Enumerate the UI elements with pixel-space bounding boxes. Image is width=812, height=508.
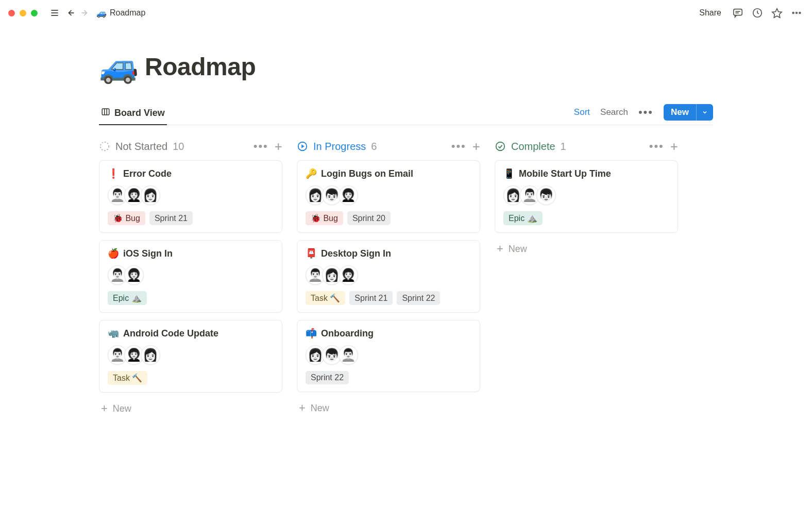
avatar[interactable]: 👩: [322, 265, 342, 285]
card-icon: 📮: [306, 248, 317, 259]
avatar[interactable]: 👩: [141, 185, 160, 205]
share-button[interactable]: Share: [695, 8, 725, 18]
search-button[interactable]: Search: [600, 107, 628, 117]
card[interactable]: 📱 Mobile Start Up Time 👩 👨‍🦱 👦 Epic ⛰️: [495, 160, 678, 233]
breadcrumb[interactable]: 🚙 Roadmap: [96, 8, 145, 18]
menu-icon[interactable]: [47, 5, 62, 21]
avatar[interactable]: 👨‍🦱: [108, 185, 127, 205]
view-tab-board[interactable]: Board View: [99, 103, 167, 125]
avatar[interactable]: 👩‍🦱: [339, 185, 358, 205]
add-card-button[interactable]: + New: [99, 400, 282, 417]
add-card-button[interactable]: + New: [297, 399, 480, 417]
tag-epic[interactable]: Epic ⛰️: [503, 211, 543, 225]
new-button-chevron-icon[interactable]: [696, 104, 713, 121]
avatar[interactable]: 👩‍🦱: [124, 345, 144, 365]
card[interactable]: 🦏 Android Code Update 👨‍🦱 👩‍🦱 👩 Task 🔨: [99, 320, 282, 393]
card-icon: 📱: [503, 168, 515, 179]
breadcrumb-icon: 🚙: [96, 8, 107, 18]
card-assignees: 👨‍🦱 👩 👩‍🦱: [306, 265, 471, 285]
column-add-icon[interactable]: +: [472, 140, 480, 153]
column-name[interactable]: Not Started: [115, 141, 167, 153]
board: Not Started 10 ••• + ❗ Error Code 👨‍🦱 👩‍…: [99, 125, 713, 417]
card[interactable]: 🍎 iOS Sign In 👨‍🦱 👩‍🦱 Epic ⛰️: [99, 240, 282, 313]
card[interactable]: 📮 Desktop Sign In 👨‍🦱 👩 👩‍🦱 Task 🔨 Sprin…: [297, 240, 480, 313]
svg-rect-13: [102, 109, 109, 115]
sort-button[interactable]: Sort: [574, 107, 590, 117]
avatar[interactable]: 👩‍🦱: [124, 265, 144, 285]
add-card-button[interactable]: + New: [495, 240, 678, 258]
avatar[interactable]: 👩: [141, 345, 160, 365]
comments-icon[interactable]: [731, 6, 745, 20]
plus-icon: +: [299, 402, 306, 414]
updates-icon[interactable]: [750, 6, 765, 20]
close-window-button[interactable]: [8, 10, 15, 16]
card-icon: 🔑: [306, 168, 317, 179]
avatar[interactable]: 👨‍🦱: [339, 345, 358, 365]
card-assignees: 👨‍🦱 👩‍🦱 👩: [108, 345, 274, 365]
view-more-icon[interactable]: •••: [638, 106, 653, 119]
new-button[interactable]: New: [664, 104, 713, 121]
card[interactable]: ❗ Error Code 👨‍🦱 👩‍🦱 👩 🐞 Bug Sprint 21: [99, 160, 282, 233]
column-header: Not Started 10 ••• +: [99, 140, 282, 153]
tag-task[interactable]: Task 🔨: [108, 371, 147, 385]
page-icon[interactable]: 🚙: [99, 50, 139, 82]
tag-sprint[interactable]: Sprint 22: [306, 371, 349, 384]
tag-task[interactable]: Task 🔨: [306, 291, 345, 305]
card-title: Onboarding: [321, 328, 374, 339]
more-icon[interactable]: [789, 6, 804, 20]
avatar[interactable]: 👩‍🦱: [124, 185, 144, 205]
tag-sprint[interactable]: Sprint 22: [397, 291, 440, 305]
tag-epic[interactable]: Epic ⛰️: [108, 291, 147, 305]
card-assignees: 👩 👦 👨‍🦱: [306, 345, 471, 365]
svg-point-11: [796, 12, 798, 14]
tag-sprint[interactable]: Sprint 20: [347, 211, 391, 225]
column-name[interactable]: In Progress: [313, 141, 366, 153]
avatar[interactable]: 👨‍🦱: [520, 185, 539, 205]
svg-point-10: [792, 12, 794, 14]
board-icon: [101, 107, 110, 119]
tag-sprint[interactable]: Sprint 21: [349, 291, 393, 305]
column-not-started: Not Started 10 ••• + ❗ Error Code 👨‍🦱 👩‍…: [99, 140, 282, 417]
avatar[interactable]: 👩‍🦱: [339, 265, 358, 285]
avatar[interactable]: 👦: [322, 345, 342, 365]
avatar[interactable]: 👩: [503, 185, 523, 205]
plus-icon: +: [497, 243, 503, 255]
card[interactable]: 🔑 Login Bugs on Email 👩 👦 👩‍🦱 🐞 Bug Spri…: [297, 160, 480, 233]
card-icon: 📫: [306, 328, 317, 339]
card-icon: ❗: [108, 168, 119, 179]
column-count: 6: [371, 141, 377, 153]
avatar[interactable]: 👨‍🦱: [108, 265, 127, 285]
favorite-icon[interactable]: [770, 6, 784, 20]
card-assignees: 👨‍🦱 👩‍🦱 👩: [108, 185, 274, 205]
tag-bug[interactable]: 🐞 Bug: [108, 211, 145, 225]
column-header: Complete 1 ••• +: [495, 140, 678, 153]
status-complete-icon: [495, 141, 506, 152]
column-more-icon[interactable]: •••: [451, 140, 466, 153]
column-more-icon[interactable]: •••: [649, 140, 664, 153]
status-in-progress-icon: [297, 141, 308, 152]
column-name[interactable]: Complete: [511, 141, 555, 153]
forward-button[interactable]: [78, 5, 93, 21]
back-button[interactable]: [62, 5, 78, 21]
new-button-label[interactable]: New: [664, 104, 696, 121]
column-complete: Complete 1 ••• + 📱 Mobile Start Up Time …: [495, 140, 678, 417]
avatar[interactable]: 👦: [536, 185, 556, 205]
column-more-icon[interactable]: •••: [253, 140, 268, 153]
card-title: iOS Sign In: [123, 248, 173, 259]
avatar[interactable]: 👩: [306, 345, 325, 365]
page-title[interactable]: Roadmap: [145, 53, 256, 81]
tag-bug[interactable]: 🐞 Bug: [306, 211, 343, 225]
column-add-icon[interactable]: +: [275, 140, 282, 153]
minimize-window-button[interactable]: [20, 10, 26, 16]
avatar[interactable]: 👨‍🦱: [108, 345, 127, 365]
card[interactable]: 📫 Onboarding 👩 👦 👨‍🦱 Sprint 22: [297, 320, 480, 392]
column-add-icon[interactable]: +: [670, 140, 678, 153]
maximize-window-button[interactable]: [31, 10, 38, 16]
card-icon: 🦏: [108, 328, 119, 339]
avatar[interactable]: 👦: [322, 185, 342, 205]
card-assignees: 👩 👨‍🦱 👦: [503, 185, 669, 205]
avatar[interactable]: 👩: [306, 185, 325, 205]
tag-sprint[interactable]: Sprint 21: [149, 211, 193, 225]
card-title: Error Code: [123, 168, 172, 179]
avatar[interactable]: 👨‍🦱: [306, 265, 325, 285]
